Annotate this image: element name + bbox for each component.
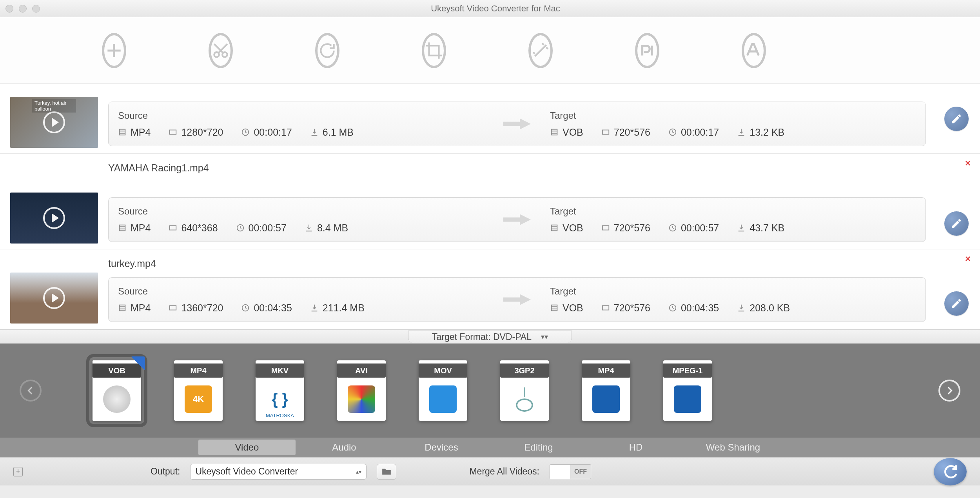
resolution-icon xyxy=(601,128,610,136)
size-icon xyxy=(310,304,319,312)
format-icon xyxy=(118,224,127,232)
size-icon xyxy=(737,224,746,232)
format-option-avi[interactable]: AVI xyxy=(337,360,386,421)
svg-rect-2 xyxy=(120,129,125,135)
formats-next-button[interactable] xyxy=(938,380,960,402)
video-thumbnail[interactable]: Turkey, hot air balloon xyxy=(10,97,98,148)
format-option-vob[interactable]: VOB xyxy=(93,360,141,421)
resolution-icon xyxy=(169,224,177,232)
category-tabs: Video Audio Devices Editing HD Web Shari… xyxy=(0,438,980,457)
resolution-icon xyxy=(169,128,177,136)
duration-icon xyxy=(668,128,677,136)
format-icon xyxy=(118,304,127,312)
traffic-light-zoom[interactable] xyxy=(32,5,40,13)
svg-rect-11 xyxy=(552,225,557,231)
target-heading: Target xyxy=(550,286,916,297)
play-icon[interactable] xyxy=(43,207,65,229)
add-file-icon[interactable] xyxy=(102,33,126,68)
chevron-down-icon: ▾▾ xyxy=(541,333,548,341)
format-option-3gp2[interactable]: 3GP2 xyxy=(500,360,549,421)
category-tab-websharing[interactable]: Web Sharing xyxy=(684,440,782,455)
svg-rect-15 xyxy=(170,306,176,310)
remove-file-button[interactable]: × xyxy=(965,253,971,264)
traffic-light-close[interactable] xyxy=(5,5,13,13)
file-row[interactable]: × turkey.mp4 Source MP4 1360*720 00:04:3… xyxy=(0,249,980,329)
browse-output-button[interactable] xyxy=(377,464,396,480)
convert-button[interactable] xyxy=(934,458,967,485)
duration-icon xyxy=(241,128,250,136)
duration-icon xyxy=(668,304,677,312)
source-heading: Source xyxy=(118,110,484,121)
add-button[interactable]: + xyxy=(13,467,23,476)
edit-button[interactable] xyxy=(944,211,969,236)
target-heading: Target xyxy=(550,110,916,121)
target-format-toggle[interactable]: Target Format: DVD-PAL ▾▾ xyxy=(408,331,572,343)
formats-prev-button[interactable] xyxy=(20,380,42,402)
format-option-mp4[interactable]: MP4 xyxy=(582,360,630,421)
file-info-card: Source MP4 1280*720 00:00:17 6.1 MB Targ… xyxy=(108,102,926,146)
format-strip: VOB MP44K MKV{ }MATROSKA AVI MOV 3GP2 MP… xyxy=(0,344,980,438)
resolution-icon xyxy=(601,304,610,312)
format-icon xyxy=(118,128,127,136)
size-icon xyxy=(737,304,746,312)
svg-rect-6 xyxy=(603,130,609,134)
crop-icon[interactable] xyxy=(422,33,446,68)
video-thumbnail[interactable] xyxy=(10,193,98,244)
duration-icon xyxy=(236,224,245,232)
video-thumbnail[interactable] xyxy=(10,273,98,324)
main-toolbar xyxy=(0,17,980,84)
remove-file-button[interactable]: × xyxy=(965,158,971,169)
output-folder-select[interactable]: Ukeysoft Video Converter ▴▾ xyxy=(190,464,367,480)
target-format-bar: Target Format: DVD-PAL ▾▾ xyxy=(0,329,980,344)
duration-icon xyxy=(241,304,250,312)
format-icon xyxy=(550,224,559,232)
svg-rect-14 xyxy=(120,305,125,311)
arrow-right-icon xyxy=(503,116,531,132)
category-tab-video[interactable]: Video xyxy=(198,440,296,455)
svg-rect-3 xyxy=(170,130,176,134)
edit-button[interactable] xyxy=(944,291,969,316)
file-row[interactable]: × YAMAHA Racing1.mp4 Source MP4 640*368 … xyxy=(0,154,980,249)
resolution-icon xyxy=(169,304,177,312)
format-icon xyxy=(550,304,559,312)
file-name: YAMAHA Racing1.mp4 xyxy=(108,162,209,174)
bottom-bar: + Output: Ukeysoft Video Converter ▴▾ Me… xyxy=(0,457,980,485)
play-icon[interactable] xyxy=(43,111,65,133)
source-heading: Source xyxy=(118,206,484,217)
size-icon xyxy=(737,128,746,136)
trim-icon[interactable] xyxy=(209,33,233,68)
format-icon xyxy=(550,128,559,136)
play-icon[interactable] xyxy=(43,287,65,309)
rotate-icon[interactable] xyxy=(315,33,339,68)
format-option-mov[interactable]: MOV xyxy=(419,360,467,421)
file-row[interactable]: Turkey, hot air balloon Source MP4 1280*… xyxy=(0,84,980,154)
svg-rect-9 xyxy=(170,226,176,230)
category-tab-hd[interactable]: HD xyxy=(587,440,684,455)
resolution-icon xyxy=(601,224,610,232)
svg-rect-5 xyxy=(552,129,557,135)
duration-icon xyxy=(668,224,677,232)
window-title: Ukeysoft Video Converter for Mac xyxy=(40,4,951,14)
merge-toggle[interactable]: OFF xyxy=(550,464,591,479)
watermark-icon[interactable] xyxy=(742,33,766,68)
svg-rect-17 xyxy=(552,305,557,311)
size-icon xyxy=(310,128,319,136)
format-option-mkv[interactable]: MKV{ }MATROSKA xyxy=(256,360,304,421)
format-option-mp4-4k[interactable]: MP44K xyxy=(174,360,223,421)
category-tab-audio[interactable]: Audio xyxy=(296,440,393,455)
svg-point-20 xyxy=(517,399,532,411)
category-tab-editing[interactable]: Editing xyxy=(490,440,587,455)
effects-icon[interactable] xyxy=(528,33,553,68)
svg-rect-12 xyxy=(603,226,609,230)
format-option-mpeg1[interactable]: MPEG-1 xyxy=(663,360,712,421)
subtitle-icon[interactable] xyxy=(635,33,659,68)
select-chevrons-icon: ▴▾ xyxy=(356,469,361,475)
arrow-right-icon xyxy=(503,292,531,307)
merge-label: Merge All Videos: xyxy=(469,466,539,477)
source-heading: Source xyxy=(118,286,484,297)
traffic-light-minimize[interactable] xyxy=(19,5,27,13)
file-name: turkey.mp4 xyxy=(108,258,156,269)
edit-button[interactable] xyxy=(944,107,969,131)
file-info-card: Source MP4 1360*720 00:04:35 211.4 MB Ta… xyxy=(108,277,926,322)
category-tab-devices[interactable]: Devices xyxy=(393,440,490,455)
